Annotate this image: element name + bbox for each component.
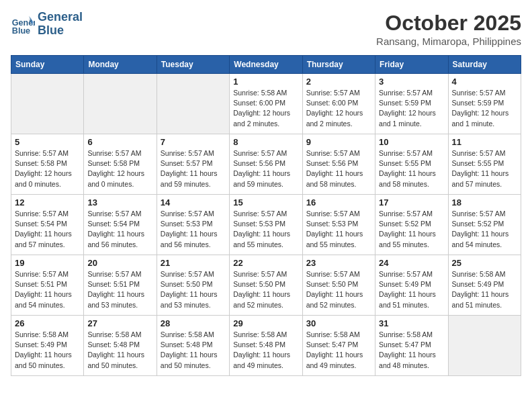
title-block: October 2025 Ransang, Mimaropa, Philippi… [376,11,521,47]
day-info: Sunrise: 5:58 AM Sunset: 5:48 PM Dayligh… [87,330,152,371]
week-row-5: 26Sunrise: 5:58 AM Sunset: 5:49 PM Dayli… [11,316,521,376]
column-header-thursday: Thursday [302,56,375,74]
day-number: 10 [379,137,444,147]
calendar-cell: 2Sunrise: 5:57 AM Sunset: 6:00 PM Daylig… [302,74,375,134]
day-info: Sunrise: 5:58 AM Sunset: 5:49 PM Dayligh… [15,330,80,371]
logo-icon: General Blue [11,12,35,36]
day-info: Sunrise: 5:57 AM Sunset: 5:56 PM Dayligh… [233,148,298,189]
day-info: Sunrise: 5:57 AM Sunset: 5:58 PM Dayligh… [87,148,152,189]
day-number: 3 [379,77,444,87]
calendar-cell: 19Sunrise: 5:57 AM Sunset: 5:51 PM Dayli… [11,255,84,316]
day-info: Sunrise: 5:57 AM Sunset: 5:58 PM Dayligh… [15,148,80,189]
day-number: 11 [452,137,517,147]
day-info: Sunrise: 5:58 AM Sunset: 5:48 PM Dayligh… [161,330,226,371]
logo-text-line2: Blue [38,24,83,38]
calendar-cell: 21Sunrise: 5:57 AM Sunset: 5:50 PM Dayli… [157,255,229,316]
calendar-cell [84,74,157,134]
calendar-cell: 8Sunrise: 5:57 AM Sunset: 5:56 PM Daylig… [230,134,302,195]
day-info: Sunrise: 5:57 AM Sunset: 5:57 PM Dayligh… [161,148,226,189]
calendar-table: SundayMondayTuesdayWednesdayThursdayFrid… [11,55,521,376]
calendar-cell: 22Sunrise: 5:57 AM Sunset: 5:50 PM Dayli… [230,255,302,316]
day-info: Sunrise: 5:57 AM Sunset: 5:51 PM Dayligh… [15,269,80,310]
day-number: 12 [15,197,80,208]
day-number: 9 [306,137,371,147]
calendar-cell: 15Sunrise: 5:57 AM Sunset: 5:53 PM Dayli… [230,195,302,255]
day-info: Sunrise: 5:57 AM Sunset: 5:59 PM Dayligh… [452,88,517,129]
calendar-cell: 13Sunrise: 5:57 AM Sunset: 5:54 PM Dayli… [84,195,157,255]
day-number: 18 [452,197,517,208]
day-info: Sunrise: 5:58 AM Sunset: 5:47 PM Dayligh… [306,330,371,371]
week-row-4: 19Sunrise: 5:57 AM Sunset: 5:51 PM Dayli… [11,255,521,316]
day-number: 14 [161,197,226,208]
calendar-cell: 29Sunrise: 5:58 AM Sunset: 5:48 PM Dayli… [230,316,302,376]
day-number: 31 [379,318,444,328]
calendar-cell: 7Sunrise: 5:57 AM Sunset: 5:57 PM Daylig… [157,134,229,195]
calendar-cell: 12Sunrise: 5:57 AM Sunset: 5:54 PM Dayli… [11,195,84,255]
day-number: 19 [15,258,80,268]
day-info: Sunrise: 5:57 AM Sunset: 5:59 PM Dayligh… [379,88,444,129]
day-info: Sunrise: 5:57 AM Sunset: 5:51 PM Dayligh… [87,269,152,310]
logo-text-line1: General [38,11,83,24]
month-title: October 2025 [376,11,521,36]
day-info: Sunrise: 5:58 AM Sunset: 5:49 PM Dayligh… [452,269,517,310]
day-info: Sunrise: 5:57 AM Sunset: 5:53 PM Dayligh… [161,209,226,250]
calendar-cell: 9Sunrise: 5:57 AM Sunset: 5:56 PM Daylig… [302,134,375,195]
day-number: 25 [452,258,517,268]
day-number: 22 [233,258,298,268]
day-number: 24 [379,258,444,268]
day-number: 16 [306,197,371,208]
column-header-wednesday: Wednesday [230,56,302,74]
calendar-cell: 17Sunrise: 5:57 AM Sunset: 5:52 PM Dayli… [375,195,448,255]
day-number: 27 [87,318,152,328]
calendar-cell: 30Sunrise: 5:58 AM Sunset: 5:47 PM Dayli… [302,316,375,376]
calendar-cell: 31Sunrise: 5:58 AM Sunset: 5:47 PM Dayli… [375,316,448,376]
day-info: Sunrise: 5:57 AM Sunset: 5:50 PM Dayligh… [161,269,226,310]
calendar-cell: 26Sunrise: 5:58 AM Sunset: 5:49 PM Dayli… [11,316,84,376]
calendar-cell: 3Sunrise: 5:57 AM Sunset: 5:59 PM Daylig… [375,74,448,134]
logo: General Blue General Blue [11,11,83,38]
day-number: 23 [306,258,371,268]
day-number: 26 [15,318,80,328]
calendar-header-row: SundayMondayTuesdayWednesdayThursdayFrid… [11,56,521,74]
column-header-sunday: Sunday [11,56,84,74]
calendar-cell: 14Sunrise: 5:57 AM Sunset: 5:53 PM Dayli… [157,195,229,255]
day-info: Sunrise: 5:57 AM Sunset: 5:56 PM Dayligh… [306,148,371,189]
calendar-cell [157,74,229,134]
calendar-cell: 4Sunrise: 5:57 AM Sunset: 5:59 PM Daylig… [448,74,521,134]
day-number: 21 [161,258,226,268]
week-row-3: 12Sunrise: 5:57 AM Sunset: 5:54 PM Dayli… [11,195,521,255]
calendar-cell: 24Sunrise: 5:57 AM Sunset: 5:49 PM Dayli… [375,255,448,316]
day-number: 1 [233,77,298,87]
day-number: 5 [15,137,80,147]
calendar-cell: 23Sunrise: 5:57 AM Sunset: 5:50 PM Dayli… [302,255,375,316]
day-info: Sunrise: 5:58 AM Sunset: 6:00 PM Dayligh… [233,88,298,129]
week-row-1: 1Sunrise: 5:58 AM Sunset: 6:00 PM Daylig… [11,74,521,134]
calendar-cell: 27Sunrise: 5:58 AM Sunset: 5:48 PM Dayli… [84,316,157,376]
day-info: Sunrise: 5:57 AM Sunset: 5:50 PM Dayligh… [233,269,298,310]
column-header-monday: Monday [84,56,157,74]
day-number: 29 [233,318,298,328]
day-number: 2 [306,77,371,87]
day-number: 17 [379,197,444,208]
day-info: Sunrise: 5:57 AM Sunset: 5:53 PM Dayligh… [306,209,371,250]
calendar-cell: 11Sunrise: 5:57 AM Sunset: 5:55 PM Dayli… [448,134,521,195]
column-header-friday: Friday [375,56,448,74]
day-info: Sunrise: 5:58 AM Sunset: 5:47 PM Dayligh… [379,330,444,371]
day-info: Sunrise: 5:57 AM Sunset: 5:52 PM Dayligh… [379,209,444,250]
calendar-cell: 10Sunrise: 5:57 AM Sunset: 5:55 PM Dayli… [375,134,448,195]
svg-text:Blue: Blue [12,26,30,36]
calendar-cell: 16Sunrise: 5:57 AM Sunset: 5:53 PM Dayli… [302,195,375,255]
day-number: 28 [161,318,226,328]
calendar-cell [448,316,521,376]
day-number: 15 [233,197,298,208]
day-number: 4 [452,77,517,87]
calendar-cell: 25Sunrise: 5:58 AM Sunset: 5:49 PM Dayli… [448,255,521,316]
location: Ransang, Mimaropa, Philippines [376,36,521,47]
day-number: 30 [306,318,371,328]
day-info: Sunrise: 5:57 AM Sunset: 5:55 PM Dayligh… [379,148,444,189]
calendar-cell: 5Sunrise: 5:57 AM Sunset: 5:58 PM Daylig… [11,134,84,195]
calendar-cell: 1Sunrise: 5:58 AM Sunset: 6:00 PM Daylig… [230,74,302,134]
day-info: Sunrise: 5:57 AM Sunset: 5:50 PM Dayligh… [306,269,371,310]
calendar-cell: 20Sunrise: 5:57 AM Sunset: 5:51 PM Dayli… [84,255,157,316]
day-number: 8 [233,137,298,147]
